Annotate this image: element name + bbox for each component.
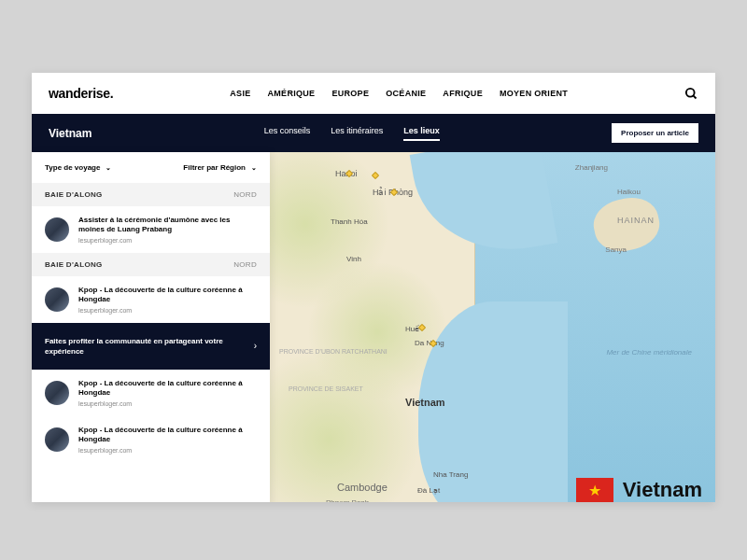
nav-oceanie[interactable]: OCÉANIE xyxy=(386,89,426,98)
sidebar: Type de voyage ⌄ Filtrer par Région ⌄ BA… xyxy=(32,152,270,502)
country-name: Vietnam xyxy=(49,127,92,140)
section-region: NORD xyxy=(233,260,257,269)
section-title: BAIE D'ALONG xyxy=(45,190,103,199)
app-window: wanderise. ASIE AMÉRIQUE EUROPE OCÉANIE … xyxy=(32,73,715,502)
chevron-down-icon: ⌄ xyxy=(251,164,257,172)
map-label-zhanjiang: Zhanjiang xyxy=(575,163,608,172)
map-label-thanhhoa: Thanh Hóa xyxy=(331,217,368,226)
cta-text: Faites profiter la communauté en partage… xyxy=(45,336,232,357)
map-label-sanya: Sanya xyxy=(605,245,627,254)
map-label-cambodge: Cambodge xyxy=(337,482,388,493)
list-item[interactable]: Kpop - La découverte de la culture corée… xyxy=(32,370,270,416)
chevron-down-icon: ⌄ xyxy=(106,164,111,172)
tab-itineraires[interactable]: Les itinéraires xyxy=(331,126,383,141)
item-source: lesuperbloger.com xyxy=(78,447,257,454)
nav-afrique[interactable]: AFRIQUE xyxy=(443,89,483,98)
content: Type de voyage ⌄ Filtrer par Région ⌄ BA… xyxy=(32,152,715,502)
list-item[interactable]: Assister à la cérémonie d'aumône avec le… xyxy=(32,206,270,253)
map-footer: ★ Vietnam xyxy=(576,478,702,502)
filter-type[interactable]: Type de voyage ⌄ xyxy=(45,163,111,172)
filter-region-label: Filtrer par Région xyxy=(183,163,246,172)
nav-amerique[interactable]: AMÉRIQUE xyxy=(268,89,316,98)
filters: Type de voyage ⌄ Filtrer par Région ⌄ xyxy=(32,152,270,183)
list-text: Kpop - La découverte de la culture corée… xyxy=(78,286,257,314)
map-label-hainan: HAINAN xyxy=(617,216,655,225)
item-source: lesuperbloger.com xyxy=(78,400,257,407)
list-item[interactable]: Kpop - La découverte de la culture corée… xyxy=(32,416,270,463)
nav-regions: ASIE AMÉRIQUE EUROPE OCÉANIE AFRIQUE MOY… xyxy=(230,89,568,98)
tab-conseils[interactable]: Les conseils xyxy=(264,126,311,141)
chevron-right-icon: › xyxy=(254,341,257,351)
section-header: BAIE D'ALONG NORD xyxy=(32,183,270,206)
svg-point-0 xyxy=(686,88,695,96)
flag-vietnam: ★ xyxy=(576,478,613,502)
item-title: Assister à la cérémonie d'aumône avec le… xyxy=(78,216,257,235)
list-text: Assister à la cérémonie d'aumône avec le… xyxy=(78,216,257,244)
item-title: Kpop - La découverte de la culture corée… xyxy=(78,426,257,445)
map-label-sea: Mer de Chine méridionale xyxy=(606,348,692,357)
tab-lieux[interactable]: Les lieux xyxy=(403,126,440,141)
map-landmass xyxy=(270,152,475,502)
subtabs: Les conseils Les itinéraires Les lieux xyxy=(264,126,440,141)
map-label-vietnam: Vietnam xyxy=(405,397,445,408)
map-label-dalat: Đà Lạt xyxy=(417,486,440,495)
nav-moyen-orient[interactable]: MOYEN ORIENT xyxy=(500,89,568,98)
map-label-nhatrang: Nha Trang xyxy=(433,470,468,479)
topbar: wanderise. ASIE AMÉRIQUE EUROPE OCÉANIE … xyxy=(32,73,715,114)
map-label-prov1: PROVINCE D'UBON RATCHATHANI xyxy=(279,348,388,356)
list-text: Kpop - La découverte de la culture corée… xyxy=(78,379,257,407)
item-title: Kpop - La découverte de la culture corée… xyxy=(78,286,257,305)
map-label-hue: Huế xyxy=(405,325,419,333)
avatar xyxy=(45,287,69,312)
list-item[interactable]: Kpop - La découverte de la culture corée… xyxy=(32,276,270,323)
svg-line-1 xyxy=(693,95,696,98)
map-label-haikou: Haikou xyxy=(617,188,641,196)
avatar xyxy=(45,217,69,242)
list-text: Kpop - La découverte de la culture corée… xyxy=(78,426,257,454)
item-source: lesuperbloger.com xyxy=(78,237,257,244)
filter-type-label: Type de voyage xyxy=(45,163,100,172)
avatar xyxy=(45,427,69,452)
map[interactable]: Hanoi Hải Phòng Zhanjiang Haikou HAINAN … xyxy=(270,152,715,502)
star-icon: ★ xyxy=(588,482,601,499)
avatar xyxy=(45,381,69,405)
filter-region[interactable]: Filtrer par Région ⌄ xyxy=(183,163,257,172)
search-icon[interactable] xyxy=(684,87,698,101)
item-source: lesuperbloger.com xyxy=(78,307,257,314)
logo[interactable]: wanderise. xyxy=(49,86,113,101)
nav-europe[interactable]: EUROPE xyxy=(331,89,369,98)
section-region: NORD xyxy=(233,190,257,199)
map-label-prov2: PROVINCE DE SISAKET xyxy=(289,385,363,393)
cta-banner[interactable]: Faites profiter la communauté en partage… xyxy=(32,323,270,370)
subbar: Vietnam Les conseils Les itinéraires Les… xyxy=(32,114,715,152)
nav-asie[interactable]: ASIE xyxy=(230,89,250,98)
map-label-phnom: Phnom Penh xyxy=(326,498,369,502)
map-label-vinh: Vinh xyxy=(346,255,361,263)
item-title: Kpop - La découverte de la culture corée… xyxy=(78,379,257,399)
propose-button[interactable]: Proposer un article xyxy=(612,123,698,143)
section-title: BAIE D'ALONG xyxy=(45,260,103,269)
map-country-name: Vietnam xyxy=(623,478,702,502)
section-header: BAIE D'ALONG NORD xyxy=(32,253,270,276)
